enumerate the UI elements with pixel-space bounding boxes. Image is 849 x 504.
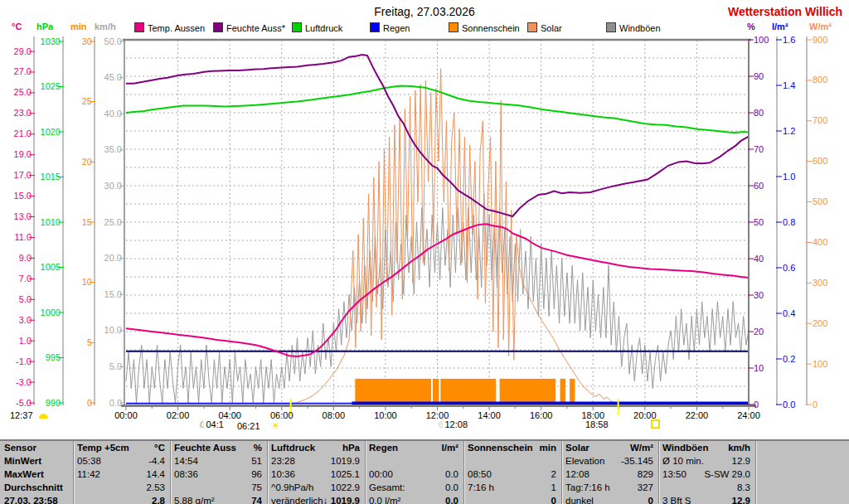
tick-label-kmh: 50.0: [104, 37, 122, 46]
tick-label-lm2: 0.8: [783, 218, 795, 227]
tick-label-temp: 9.0: [19, 254, 32, 263]
x-axis-label: 02:00: [162, 410, 195, 420]
tick-label-temp: 1.0: [19, 337, 32, 346]
tick-label-temp: 13.0: [14, 212, 32, 221]
tick-label-hpa: 990: [46, 399, 61, 408]
tick-label-hpa: 1030: [41, 37, 61, 46]
tick-label-temp: 19.0: [14, 150, 32, 159]
x-axis-label: 00:00: [109, 410, 143, 420]
sunshine-bar: [433, 379, 439, 405]
sunrise-annotation: 06:21 ☀: [237, 419, 280, 432]
stats-table: SensorMinWertMaxWertDurchschnitt27.03. 2…: [0, 439, 849, 504]
table-cell: Feuchte Auss%: [174, 443, 262, 455]
tick-label-wm2: 900: [813, 36, 827, 45]
tick-label-pct: 50: [754, 218, 764, 227]
tick-label-pct: 10: [754, 364, 764, 373]
table-cell: veränderlich↓1019.9: [271, 496, 360, 504]
sunshine-bar: [440, 379, 496, 405]
tick-label-lm2: 0.4: [783, 309, 795, 318]
tick-label-lm2: 0.2: [783, 355, 795, 364]
table-cell: Sonnenscheinmin: [468, 443, 556, 455]
table-cell: 10:361025.1: [271, 469, 360, 482]
tick-label-temp: 27.0: [14, 67, 32, 76]
table-cell: 00:000.0: [369, 469, 458, 482]
table-cell: 08:3696: [174, 469, 262, 482]
table-cell: 75: [174, 482, 262, 495]
tick-label-kmh: 45.0: [104, 73, 122, 82]
table-cell: 8.3: [662, 482, 750, 495]
moonset-annotation: ☾↓04:1: [199, 419, 224, 429]
sunshine-bar: [560, 379, 566, 405]
table-cell: Durchschnitt: [4, 482, 68, 495]
table-cell: 08:502: [468, 469, 556, 482]
table-cell: 5.88 g/m²74: [174, 496, 262, 504]
tick-label-temp: 25.0: [14, 88, 32, 97]
tick-label-wm2: 200: [813, 319, 827, 328]
tick-label-temp: -5.0: [16, 399, 32, 408]
table-cell: Elevation-35.145: [565, 456, 653, 468]
tick-label-sunmin: 30: [82, 37, 92, 46]
tick-label-lm2: 1.2: [783, 127, 795, 136]
table-cell: MaxWert: [4, 469, 68, 482]
tick-label-pct: 80: [754, 109, 764, 118]
table-cell: Ø 10 min.12.9: [662, 456, 750, 468]
tick-label-wm2: 300: [813, 279, 827, 288]
tick-label-hpa: 1010: [41, 218, 61, 227]
tick-label-temp: 21.0: [14, 129, 32, 138]
table-cell: Temp +5cm°C: [77, 443, 165, 455]
table-cell: 12:08829: [565, 469, 653, 482]
x-axis-label: 16:00: [525, 410, 558, 420]
tick-label-pct: 40: [754, 254, 764, 264]
table-cell: Tag:7:16 h327: [565, 482, 653, 495]
tick-label-kmh: 30.0: [104, 182, 122, 191]
table-divider: [267, 441, 268, 504]
tick-label-hpa: 1005: [41, 263, 61, 272]
table-divider: [463, 441, 464, 504]
tick-label-wm2: 700: [813, 116, 827, 125]
sunshine-bar: [570, 379, 575, 405]
tick-label-lm2: 1.0: [783, 172, 795, 182]
x-axis-label: 24:00: [732, 410, 765, 420]
daylight-sun-icon: [39, 414, 48, 419]
tick-label-lm2: 0.0: [783, 400, 795, 410]
table-cell: LuftdruckhPa: [271, 443, 360, 455]
tick-label-temp: 5.0: [19, 295, 32, 304]
tick-label-kmh: 10.0: [104, 326, 122, 335]
tick-label-temp: -3.0: [16, 378, 32, 387]
table-cell: 11:4214.4: [77, 469, 165, 482]
tick-label-kmh: 35.0: [104, 145, 122, 154]
table-cell: 0.0 l/m²0.0: [369, 496, 458, 504]
tick-label-kmh: 0.0: [109, 399, 122, 408]
sunrise-sun-icon: ☀: [271, 419, 281, 432]
tick-label-temp: 7.0: [19, 274, 32, 284]
series-line: [126, 224, 749, 356]
x-axis-label: 14:00: [473, 410, 506, 420]
tick-label-temp: 23.0: [14, 109, 32, 118]
tick-label-temp: 17.0: [14, 171, 32, 180]
x-axis-label: 08:00: [317, 410, 350, 420]
tick-label-hpa: 1015: [41, 172, 61, 182]
table-cell: 05:38-4.4: [77, 456, 165, 468]
tick-label-wm2: 600: [813, 157, 827, 166]
tick-label-wm2: 500: [813, 197, 827, 206]
table-cell: 7:16 h1: [468, 482, 556, 495]
table-divider: [561, 441, 562, 504]
table-cell: 2.8: [77, 496, 165, 504]
table-cell: 3 Bft S12.9: [662, 496, 750, 504]
table-cell: 14:5451: [174, 456, 262, 468]
sunset-icon: [651, 419, 660, 429]
tick-label-pct: 30: [754, 291, 764, 300]
table-cell: Regenl/m²: [369, 443, 458, 455]
tick-label-pct: 100: [754, 36, 769, 45]
tick-label-wm2: 400: [813, 238, 827, 247]
table-cell: 27.03. 23:58: [4, 496, 68, 504]
table-cell: 13:50S-SW 29.0: [662, 469, 750, 482]
x-axis-label: 22:00: [680, 410, 713, 420]
tick-label-temp: 15.0: [14, 191, 32, 201]
table-divider: [170, 441, 171, 504]
x-axis-label: 10:00: [369, 410, 402, 420]
sunshine-bar: [355, 379, 431, 405]
tick-label-hpa: 1000: [41, 308, 61, 317]
tick-label-pct: 60: [754, 182, 764, 191]
tick-label-kmh: 25.0: [104, 218, 122, 227]
